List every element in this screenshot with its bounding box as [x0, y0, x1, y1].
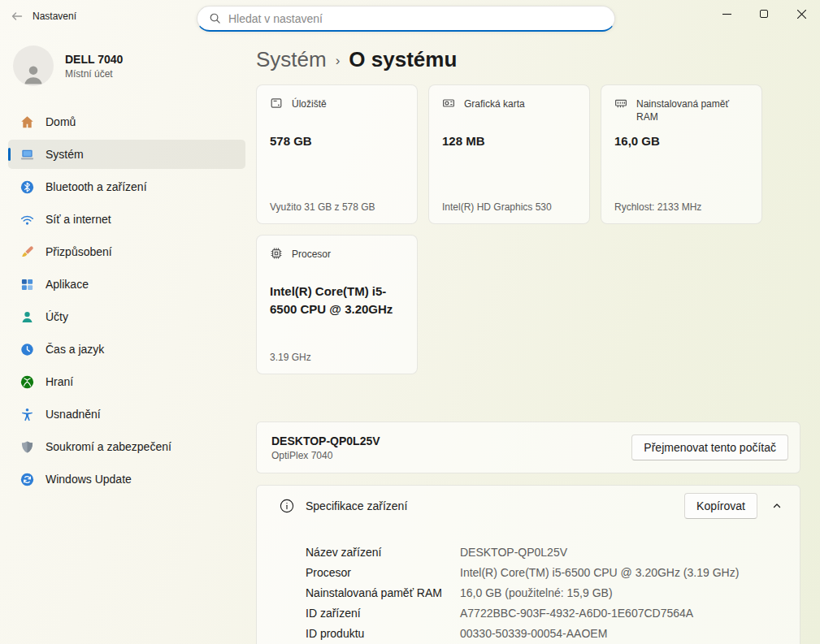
breadcrumb-parent[interactable]: Systém: [256, 47, 327, 72]
processor-card: Procesor Intel(R) Core(TM) i5-6500 CPU @…: [256, 235, 418, 374]
user-subtitle: Místní účet: [65, 68, 123, 80]
sidebar-item-network[interactable]: Síť a internet: [8, 205, 245, 234]
spec-value: 16,0 GB (použitelné: 15,9 GB): [460, 586, 613, 599]
gaming-icon: [20, 374, 34, 389]
maximize-button[interactable]: [745, 0, 783, 28]
user-profile[interactable]: DELL 7040 Místní účet: [8, 44, 245, 88]
card-title: Úložiště: [292, 97, 327, 110]
minimize-button[interactable]: [708, 0, 745, 28]
app-title: Nastavení: [33, 11, 76, 22]
close-button[interactable]: [783, 0, 820, 28]
section-title: Specifikace zařízení: [306, 499, 684, 512]
device-model: OptiPlex 7040: [271, 450, 631, 461]
sidebar-item-label: Systém: [46, 148, 84, 161]
sidebar-item-time-language[interactable]: Čas a jazyk: [8, 335, 245, 364]
sidebar-item-label: Domů: [46, 115, 76, 128]
card-footer: Intel(R) HD Graphics 530: [442, 201, 576, 213]
spec-label: ID zařízení: [306, 607, 460, 620]
storage-card: Úložiště 578 GB Využito 31 GB z 578 GB: [256, 84, 418, 224]
sidebar-item-label: Usnadnění: [46, 408, 101, 421]
device-specifications-table: Název zařízení DESKTOP-QP0L25V Procesor …: [257, 526, 800, 643]
card-value: 16,0 GB: [614, 132, 748, 150]
sidebar-item-label: Windows Update: [46, 473, 132, 486]
card-title: Procesor: [292, 247, 331, 261]
sidebar-item-label: Účty: [46, 310, 68, 323]
sidebar-item-home[interactable]: Domů: [8, 107, 245, 136]
card-value: 128 MB: [442, 132, 576, 150]
card-value: Intel(R) Core(TM) i5-6500 CPU @ 3.20GHz: [270, 283, 404, 318]
spec-row-ram: Nainstalovaná paměť RAM 16,0 GB (použite…: [306, 582, 787, 603]
sidebar-item-personalization[interactable]: Přizpůsobení: [8, 237, 245, 266]
home-icon: [20, 115, 34, 129]
windows-update-icon: [20, 472, 34, 486]
sidebar-item-label: Hraní: [46, 375, 73, 388]
chevron-up-icon: [772, 501, 782, 511]
close-icon: [797, 10, 806, 19]
collapse-button[interactable]: [764, 493, 790, 519]
spec-value: DESKTOP-QP0L25V: [460, 546, 567, 559]
overview-cards: Úložiště 578 GB Využito 31 GB z 578 GB G…: [256, 84, 800, 374]
storage-icon: [270, 97, 283, 110]
gpu-icon: [442, 97, 455, 110]
sidebar-item-label: Soukromí a zabezpečení: [46, 440, 171, 453]
sidebar-item-apps[interactable]: Aplikace: [8, 270, 245, 299]
spec-row-product-id: ID produktu 00330-50339-00054-AAOEM: [306, 623, 787, 643]
bluetooth-icon: [20, 179, 34, 194]
spec-value: 00330-50339-00054-AAOEM: [460, 627, 607, 640]
back-arrow-icon: [11, 10, 24, 25]
minimize-icon: [722, 10, 731, 19]
device-specifications-card: Specifikace zařízení Kopírovat Název zař…: [256, 485, 800, 644]
card-footer: 3.19 GHz: [270, 352, 404, 363]
spec-row-device-id: ID zařízení A7722BBC-903F-4932-A6D0-1E60…: [306, 603, 787, 623]
copy-button[interactable]: Kopírovat: [684, 493, 757, 519]
sidebar-item-bluetooth-devices[interactable]: Bluetooth a zařízení: [8, 172, 245, 201]
sidebar-item-windows-update[interactable]: Windows Update: [8, 465, 245, 494]
sidebar-item-system[interactable]: Systém: [8, 140, 245, 169]
sidebar-item-accessibility[interactable]: Usnadnění: [8, 400, 245, 429]
maximize-icon: [760, 10, 768, 18]
sidebar-nav: Domů Systém Bluetooth a zařízení Síť a i…: [8, 107, 245, 494]
spec-label: Název zařízení: [306, 546, 460, 559]
spec-label: Procesor: [306, 566, 460, 579]
ram-card: Nainstalovaná paměť RAM 16,0 GB Rychlost…: [601, 84, 762, 224]
spec-value: A7722BBC-903F-4932-A6D0-1E607CD7564A: [460, 607, 693, 620]
sidebar-item-gaming[interactable]: Hraní: [8, 367, 245, 396]
card-title: Grafická karta: [464, 97, 525, 110]
card-title: Nainstalovaná paměť RAM: [636, 97, 748, 123]
card-footer: Rychlost: 2133 MHz: [614, 201, 748, 213]
search-box[interactable]: [197, 6, 615, 32]
sidebar-item-label: Přizpůsobení: [46, 245, 112, 258]
card-footer: Využito 31 GB z 578 GB: [270, 201, 404, 213]
cpu-icon: [270, 247, 283, 260]
graphics-card: Grafická karta 128 MB Intel(R) HD Graphi…: [428, 84, 590, 224]
spec-value: Intel(R) Core(TM) i5-6500 CPU @ 3.20GHz …: [460, 566, 739, 579]
spec-label: Nainstalovaná paměť RAM: [306, 586, 460, 599]
search-input[interactable]: [228, 12, 603, 25]
privacy-icon: [20, 439, 34, 454]
time-language-icon: [20, 342, 34, 357]
page-title: O systému: [349, 47, 457, 72]
device-specifications-header[interactable]: Specifikace zařízení Kopírovat: [257, 486, 800, 526]
device-name-card: DESKTOP-QP0L25V OptiPlex 7040 Přejmenova…: [256, 421, 800, 473]
sidebar-item-privacy-security[interactable]: Soukromí a zabezpečení: [8, 432, 245, 461]
network-icon: [20, 212, 34, 227]
titlebar: Nastavení: [0, 0, 820, 37]
sidebar: DELL 7040 Místní účet Domů Systém Blueto…: [0, 37, 254, 644]
system-icon: [20, 147, 34, 162]
sidebar-item-label: Bluetooth a zařízení: [46, 180, 147, 193]
info-icon: [280, 499, 294, 513]
sidebar-item-label: Síť a internet: [46, 213, 111, 226]
sidebar-item-label: Čas a jazyk: [46, 343, 104, 356]
rename-pc-button[interactable]: Přejmenovat tento počítač: [631, 434, 788, 460]
avatar: [13, 45, 54, 86]
user-name: DELL 7040: [65, 53, 123, 66]
personalization-icon: [20, 244, 34, 259]
spec-row-processor: Procesor Intel(R) Core(TM) i5-6500 CPU @…: [306, 562, 787, 582]
search-icon: [209, 12, 221, 24]
sidebar-item-label: Aplikace: [46, 278, 89, 291]
breadcrumb: Systém › O systému: [256, 42, 800, 76]
back-button[interactable]: [5, 6, 29, 28]
sidebar-item-accounts[interactable]: Účty: [8, 302, 245, 331]
accounts-icon: [20, 309, 34, 324]
card-value: 578 GB: [270, 132, 404, 150]
